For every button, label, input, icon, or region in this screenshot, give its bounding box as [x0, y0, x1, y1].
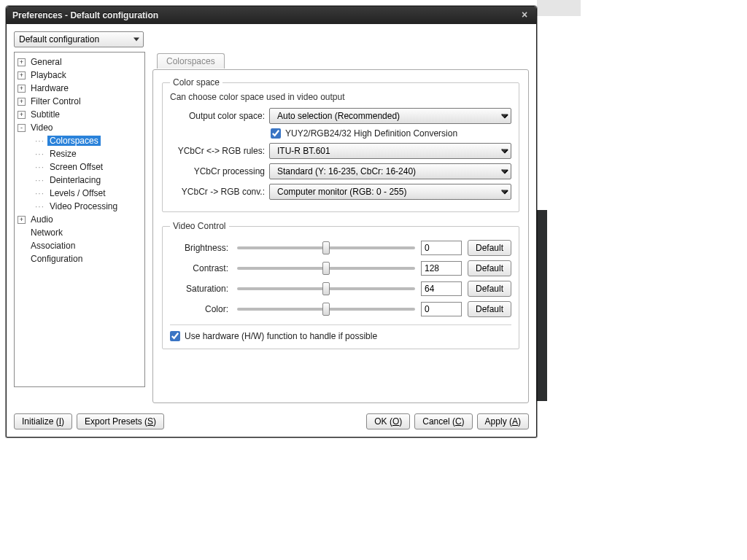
ycbcr-rules-select[interactable]: ITU-R BT.601 — [269, 143, 511, 159]
ycbcr-processing-label: YCbCr processing — [170, 166, 269, 176]
tree-item-video[interactable]: Video — [28, 122, 55, 133]
tree-lead-icon — [18, 242, 26, 250]
group-video-control: Video Control Brightness:DefaultContrast… — [162, 221, 519, 349]
titlebar[interactable]: Preferences - Default configuration × — [7, 7, 536, 24]
ycbcr-conv-select[interactable]: Computer monitor (RGB: 0 - 255) — [269, 184, 511, 200]
video-control-default-button[interactable]: Default — [468, 240, 511, 256]
window-title: Preferences - Default configuration — [12, 10, 519, 20]
content-panel: Colorspaces Color space Can choose color… — [152, 52, 529, 403]
collapse-icon[interactable]: - — [18, 124, 26, 132]
video-control-slider[interactable] — [237, 262, 415, 275]
output-colorspace-label: Output color space: — [170, 111, 269, 121]
video-control-default-button[interactable]: Default — [468, 301, 511, 317]
close-icon[interactable]: × — [519, 9, 530, 21]
video-control-default-button[interactable]: Default — [468, 281, 511, 297]
preferences-dialog: Preferences - Default configuration × De… — [6, 6, 537, 438]
tree-item-deinterlacing[interactable]: Deinterlacing — [47, 175, 103, 185]
tree-item-configuration[interactable]: Configuration — [28, 254, 85, 264]
ycbcr-rules-label: YCbCr <-> RGB rules: — [170, 146, 269, 156]
tree-item-resize[interactable]: Resize — [47, 149, 79, 159]
hw-function-checkbox[interactable] — [170, 331, 180, 341]
tree-item-audio[interactable]: Audio — [28, 214, 55, 225]
tree-item-general[interactable]: General — [28, 57, 64, 67]
video-control-row: Saturation:Default — [170, 281, 511, 297]
expand-icon[interactable]: + — [18, 58, 26, 66]
dialog-body: Default configuration +General+Playback+… — [7, 24, 536, 408]
expand-icon[interactable]: + — [18, 71, 26, 79]
category-tree[interactable]: +General+Playback+Hardware+Filter Contro… — [14, 52, 145, 387]
video-control-value[interactable] — [421, 302, 462, 316]
tree-item-colorspaces[interactable]: Colorspaces — [47, 136, 101, 146]
video-control-row: Brightness:Default — [170, 240, 511, 256]
group-colorspace-legend: Color space — [170, 77, 222, 88]
tree-lead-icon — [18, 229, 26, 237]
video-control-label: Brightness: — [170, 243, 231, 253]
ycbcr-conv-label: YCbCr -> RGB conv.: — [170, 187, 269, 197]
expand-icon[interactable]: + — [18, 85, 26, 93]
tab-colorspaces[interactable]: Colorspaces — [157, 53, 225, 69]
video-control-row: Contrast:Default — [170, 260, 511, 276]
video-control-slider[interactable] — [237, 241, 415, 254]
video-control-row: Color:Default — [170, 301, 511, 317]
tree-item-levels-offset[interactable]: Levels / Offset — [47, 188, 107, 198]
tree-item-subtitle[interactable]: Subtitle — [28, 109, 62, 120]
button-bar: Initialize (I) Export Presets (S) OK (O)… — [7, 408, 536, 437]
export-presets-button[interactable]: Export Presets (S) — [77, 413, 164, 429]
output-colorspace-select[interactable]: Auto selection (Recommended) — [269, 108, 511, 124]
video-control-value[interactable] — [421, 241, 462, 255]
preset-select[interactable]: Default configuration — [14, 31, 144, 47]
tree-item-video-processing[interactable]: Video Processing — [47, 201, 120, 211]
tree-item-screen-offset[interactable]: Screen Offset — [47, 162, 105, 172]
expand-icon[interactable]: + — [18, 98, 26, 106]
yuy2-checkbox[interactable] — [271, 128, 281, 139]
video-control-value[interactable] — [421, 261, 462, 276]
hw-function-label[interactable]: Use hardware (H/W) function to handle if… — [185, 331, 377, 341]
content-frame: Color space Can choose color space used … — [152, 69, 529, 403]
apply-button[interactable]: Apply (A) — [477, 413, 529, 429]
video-control-slider[interactable] — [237, 303, 415, 316]
tree-item-playback[interactable]: Playback — [28, 70, 69, 80]
tree-item-filter-control[interactable]: Filter Control — [28, 96, 83, 106]
group-video-control-legend: Video Control — [170, 221, 229, 231]
video-control-default-button[interactable]: Default — [468, 260, 511, 276]
yuy2-label[interactable]: YUY2/RGB24/32 High Definition Conversion — [285, 128, 457, 139]
tree-item-association[interactable]: Association — [28, 241, 77, 251]
group-colorspace: Color space Can choose color space used … — [162, 77, 519, 212]
video-control-label: Color: — [170, 304, 231, 314]
video-control-value[interactable] — [421, 281, 462, 296]
initialize-button[interactable]: Initialize (I) — [14, 413, 72, 429]
expand-icon[interactable]: + — [18, 216, 26, 224]
colorspace-hint: Can choose color space used in video out… — [170, 92, 511, 102]
video-control-label: Contrast: — [170, 263, 231, 273]
tree-item-hardware[interactable]: Hardware — [28, 83, 71, 93]
tree-item-network[interactable]: Network — [28, 228, 65, 238]
preset-combo-wrap: Default configuration — [14, 31, 144, 47]
ok-button[interactable]: OK (O) — [366, 413, 410, 429]
tab-label: Colorspaces — [166, 56, 215, 66]
tree-lead-icon — [18, 255, 26, 263]
video-control-label: Saturation: — [170, 284, 231, 294]
ycbcr-processing-select[interactable]: Standard (Y: 16-235, CbCr: 16-240) — [269, 163, 511, 179]
expand-icon[interactable]: + — [18, 111, 26, 119]
video-control-slider[interactable] — [237, 282, 415, 295]
cancel-button[interactable]: Cancel (C) — [414, 413, 472, 429]
